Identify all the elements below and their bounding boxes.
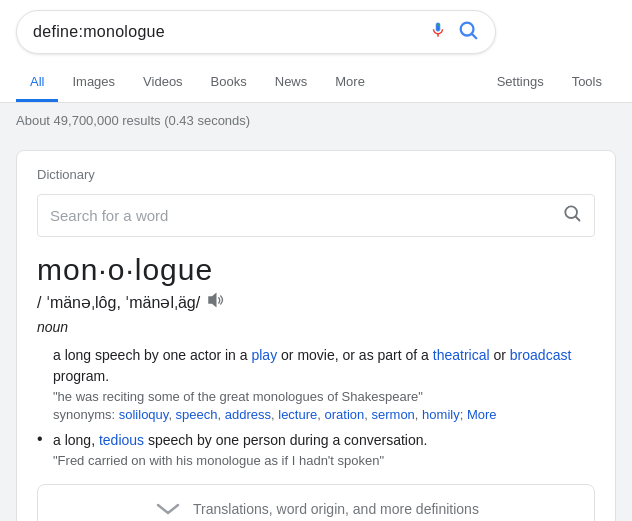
footer-bar[interactable]: Translations, word origin, and more defi… — [37, 484, 595, 521]
def-link-theatrical[interactable]: theatrical — [433, 347, 490, 363]
results-count: About 49,700,000 results (0.43 seconds) — [0, 103, 632, 138]
word-search-box[interactable]: Search for a word — [37, 194, 595, 237]
word-phonetic: / ˈmänəˌlôg, ˈmänəlˌäg/ — [37, 291, 595, 313]
def-text-2: a long, tedious speech by one person dur… — [53, 430, 595, 451]
word-pos: noun — [37, 319, 595, 335]
nav-tabs: All Images Videos Books News More Settin… — [16, 64, 616, 102]
syn-lecture[interactable]: lecture — [278, 407, 317, 422]
search-box[interactable]: define:monologue — [16, 10, 496, 54]
tab-news[interactable]: News — [261, 64, 322, 102]
sound-icon[interactable] — [206, 291, 224, 313]
dictionary-card: Dictionary Search for a word mon·o·logue… — [16, 150, 616, 521]
def-link-play[interactable]: play — [251, 347, 277, 363]
tab-images[interactable]: Images — [58, 64, 129, 102]
definition-list: a long, tedious speech by one person dur… — [37, 430, 595, 468]
syn-sermon[interactable]: sermon — [372, 407, 415, 422]
synonyms-row: synonyms: soliloquy, speech, address, le… — [53, 407, 595, 422]
syn-oration[interactable]: oration — [325, 407, 365, 422]
header: define:monologue — [0, 0, 632, 103]
word-title: mon·o·logue — [37, 253, 595, 287]
svg-line-2 — [472, 34, 476, 38]
main-content: Dictionary Search for a word mon·o·logue… — [0, 138, 632, 521]
tab-tools[interactable]: Tools — [558, 64, 616, 102]
def-link-broadcast[interactable]: broadcast — [510, 347, 571, 363]
word-search-button[interactable] — [562, 203, 582, 228]
tab-all[interactable]: All — [16, 64, 58, 102]
synonyms-more-link[interactable]: More — [467, 407, 497, 422]
syn-soliloquy[interactable]: soliloquy — [119, 407, 169, 422]
tab-settings[interactable]: Settings — [483, 64, 558, 102]
search-bar-row: define:monologue — [16, 10, 616, 54]
microphone-icon[interactable] — [429, 19, 447, 45]
tab-books[interactable]: Books — [197, 64, 261, 102]
chevron-down-icon — [153, 499, 183, 519]
svg-marker-5 — [208, 293, 216, 308]
def-example-1: "he was reciting some of the great monol… — [53, 389, 595, 404]
list-item: a long, tedious speech by one person dur… — [37, 430, 595, 468]
svg-point-0 — [437, 24, 439, 26]
syn-speech[interactable]: speech — [176, 407, 218, 422]
search-icon[interactable] — [457, 19, 479, 45]
search-icons — [429, 19, 479, 45]
syn-address[interactable]: address — [225, 407, 271, 422]
phonetic-text: / ˈmänəˌlôg, ˈmänəlˌäg/ — [37, 293, 200, 312]
search-query: define:monologue — [33, 23, 429, 41]
nav-right: Settings Tools — [483, 64, 616, 102]
dictionary-label: Dictionary — [37, 167, 595, 182]
footer-text: Translations, word origin, and more defi… — [193, 501, 479, 517]
first-definition: a long speech by one actor in a play or … — [37, 345, 595, 422]
def-link-tedious[interactable]: tedious — [99, 432, 144, 448]
tab-videos[interactable]: Videos — [129, 64, 197, 102]
def-text-1: a long speech by one actor in a play or … — [53, 345, 595, 387]
def-example-2: "Fred carried on with his monologue as i… — [53, 453, 595, 468]
syn-homily[interactable]: homily — [422, 407, 460, 422]
svg-line-4 — [576, 217, 580, 221]
tab-more[interactable]: More — [321, 64, 379, 102]
word-search-placeholder: Search for a word — [50, 207, 562, 224]
